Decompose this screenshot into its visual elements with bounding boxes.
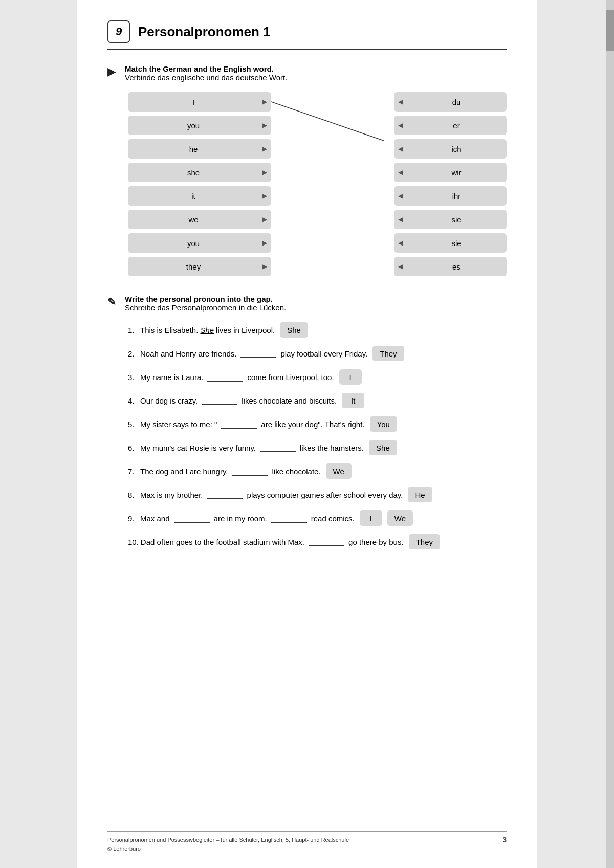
left-word-2: you (128, 116, 271, 135)
scrollbar-thumb[interactable] (606, 10, 614, 51)
fill-item-7: 7. The dog and I are hungry. like chocol… (128, 463, 507, 479)
item4-blank (202, 396, 237, 405)
item10-blank (309, 537, 344, 546)
right-word-8: es (394, 257, 507, 276)
left-word-6: we (128, 210, 271, 229)
section2-icon: ✎ (107, 296, 120, 308)
item4-answer: It (342, 393, 364, 408)
page: 9 Personalpronomen 1 ▶ Match the German … (77, 0, 537, 868)
item9-blank1 (174, 514, 210, 523)
item-num-5: 5. (128, 420, 138, 429)
section1-bold: Match the German and the English word. (125, 64, 287, 73)
item7-text2: like chocolate. (272, 467, 321, 476)
item9-answer1: I (360, 510, 382, 526)
item2-blank (240, 349, 276, 358)
item-num-1: 1. (128, 326, 138, 335)
item8-text2: plays computer games after school every … (247, 491, 403, 499)
right-word-3: ich (394, 139, 507, 159)
item4-text1: Our dog is crazy. (140, 396, 198, 405)
item-num-6: 6. (128, 443, 138, 452)
connector-lines (271, 92, 384, 276)
matching-right-col: du er ich wir ihr sie sie es (394, 92, 507, 276)
left-word-3: he (128, 139, 271, 159)
matching-left-col: I you he she it we you they (128, 92, 271, 276)
item2-text1: Noah and Henry are friends. (140, 349, 236, 358)
item3-text2: come from Liverpool, too. (247, 373, 334, 382)
footer-line2: © Lehrerbüro (107, 844, 349, 853)
section2-bold: Write the personal pronoun into the gap. (125, 295, 286, 303)
right-word-1: du (394, 92, 507, 112)
item7-blank (232, 466, 268, 476)
item2-answer: They (372, 346, 404, 361)
item1-text2: lives in Liverpool. (216, 326, 275, 335)
item10-text2: go there by bus. (348, 538, 404, 546)
section1-icon: ▶ (107, 65, 120, 78)
section-fillin: ✎ Write the personal pronoun into the ga… (107, 295, 507, 549)
section1-instruction-text: Match the German and the English word. V… (125, 64, 287, 82)
fill-item-9: 9. Max and are in my room. read comics. … (128, 510, 507, 526)
item6-blank (260, 443, 296, 452)
item6-answer: She (369, 440, 397, 455)
fill-item-3: 3. My name is Laura. come from Liverpool… (128, 369, 507, 385)
item-num-2: 2. (128, 349, 138, 358)
item1-underlined: She (200, 326, 214, 335)
right-word-2: er (394, 116, 507, 135)
svg-line-0 (271, 102, 384, 141)
left-word-8: they (128, 257, 271, 276)
item8-blank (207, 490, 243, 499)
section-matching: ▶ Match the German and the English word.… (107, 64, 507, 276)
matching-area: I you he she it we you they du er ich wi… (128, 92, 507, 276)
right-word-4: wir (394, 163, 507, 182)
footer-line1: Personalpronomen und Possessivbegleiter … (107, 836, 349, 844)
page-header: 9 Personalpronomen 1 (107, 20, 507, 50)
left-word-5: it (128, 186, 271, 206)
left-word-1: I (128, 92, 271, 112)
item9-answer2: We (387, 510, 413, 526)
fill-item-8: 8. Max is my brother. plays computer gam… (128, 487, 507, 502)
section1-instruction: ▶ Match the German and the English word.… (107, 64, 507, 82)
fill-item-1: 1. This is Elisabeth. She lives in Liver… (128, 322, 507, 338)
item-num-10: 10. (128, 538, 139, 546)
fill-item-2: 2. Noah and Henry are friends. play foot… (128, 346, 507, 361)
right-word-5: ihr (394, 186, 507, 206)
item6-text2: likes the hamsters. (300, 443, 364, 452)
right-word-6: sie (394, 210, 507, 229)
item6-text1: My mum's cat Rosie is very funny. (140, 443, 256, 452)
item-num-3: 3. (128, 373, 138, 382)
fill-item-6: 6. My mum's cat Rosie is very funny. lik… (128, 440, 507, 455)
item1-text1: This is Elisabeth. (140, 326, 198, 335)
item9-blank2 (271, 514, 307, 523)
item3-blank (207, 372, 243, 382)
item8-answer: He (408, 487, 432, 502)
fill-list: 1. This is Elisabeth. She lives in Liver… (128, 322, 507, 549)
item7-text1: The dog and I are hungry. (140, 467, 228, 476)
fill-item-5: 5. My sister says to me: " are like your… (128, 416, 507, 432)
item1-answer: She (280, 322, 308, 338)
page-footer: Personalpronomen und Possessivbegleiter … (107, 831, 507, 853)
left-word-7: you (128, 233, 271, 253)
item5-answer: You (370, 416, 397, 432)
item-num-7: 7. (128, 467, 138, 476)
item9-text2: are in my room. (214, 514, 267, 523)
page-title: Personalpronomen 1 (138, 24, 271, 40)
right-word-7: sie (394, 233, 507, 253)
item9-text3: read comics. (311, 514, 355, 523)
footer-page-number: 3 (502, 836, 507, 844)
item-num-8: 8. (128, 491, 138, 499)
section1-sub: Verbinde das englische und das deutsche … (125, 73, 287, 82)
item3-answer: I (339, 369, 362, 385)
item3-text1: My name is Laura. (140, 373, 203, 382)
item5-text2: are like your dog". That's right. (261, 420, 364, 429)
item-num-4: 4. (128, 396, 138, 405)
section2-instruction: ✎ Write the personal pronoun into the ga… (107, 295, 507, 312)
scrollbar[interactable] (606, 0, 614, 868)
item9-text1: Max and (140, 514, 170, 523)
item2-text2: play football every Friday. (280, 349, 367, 358)
footer-text: Personalpronomen und Possessivbegleiter … (107, 836, 349, 853)
section2-instruction-text: Write the personal pronoun into the gap.… (125, 295, 286, 312)
section2-sub: Schreibe das Personalpronomen in die Lüc… (125, 303, 286, 312)
item5-text1: My sister says to me: " (140, 420, 217, 429)
item-num-9: 9. (128, 514, 138, 523)
item10-answer: They (409, 534, 440, 549)
item8-text1: Max is my brother. (140, 491, 203, 499)
